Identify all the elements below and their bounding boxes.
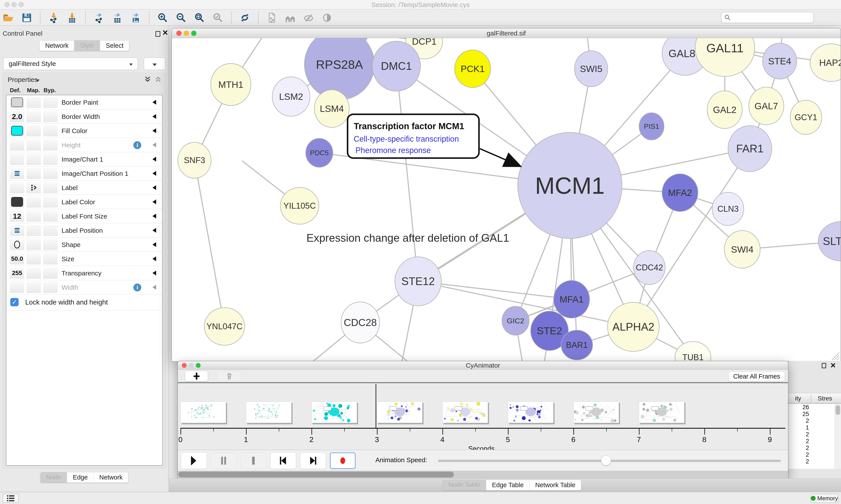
tab-select[interactable]: Select [100,40,129,51]
expand-arrow-icon[interactable] [153,185,156,190]
bypass-cell[interactable] [43,139,58,151]
property-row-shape[interactable]: Shape [6,237,162,252]
clear-all-frames-button[interactable]: Clear All Frames [729,371,785,381]
bypass-cell[interactable] [43,196,58,208]
search-input[interactable] [733,14,812,21]
property-row-image-chart-1[interactable]: Image/Chart 1 [6,152,162,166]
slider-thumb[interactable] [601,455,611,466]
table-cell-value[interactable]: 2 [788,458,835,465]
expand-arrow-icon[interactable] [153,114,156,119]
mapping-cell[interactable] [26,125,41,137]
bypass-cell[interactable] [43,282,58,293]
import-table-button[interactable] [66,12,78,24]
bypass-cell[interactable] [43,267,58,279]
network-window-titlebar[interactable]: galFiltered.sif [172,29,841,38]
frame-thumbnail-0[interactable] [180,401,226,423]
close-panel-icon[interactable]: × [830,360,836,370]
edge[interactable] [195,160,225,326]
zoom-in-button[interactable] [157,12,169,24]
zoom-fit-button[interactable] [193,12,205,24]
search-box[interactable] [721,12,814,23]
scrollbar-thumb[interactable] [178,472,454,478]
frame-thumbnail-2[interactable] [311,401,357,423]
default-cell[interactable] [10,196,24,208]
bypass-cell[interactable] [43,182,58,193]
default-cell[interactable] [10,224,24,236]
zoom-out-button[interactable] [175,12,187,24]
record-button[interactable] [330,452,356,469]
tab-edge[interactable]: Edge [67,472,93,483]
property-row-fill-color[interactable]: Fill Color [6,124,162,138]
expand-arrow-icon[interactable] [153,256,156,261]
info-icon[interactable]: i [133,141,141,149]
property-row-width[interactable]: Widthi [6,280,162,294]
frame-thumbnail-4[interactable] [442,401,488,423]
property-row-border-paint[interactable]: Border Paint [6,95,162,109]
expand-arrow-icon[interactable] [153,214,156,218]
collapse-all-icon[interactable] [155,75,162,83]
expand-arrow-icon[interactable] [153,271,156,275]
export-image-button[interactable] [130,12,142,24]
property-row-border-width[interactable]: 2.0Border Width [6,109,162,124]
default-cell[interactable] [10,96,24,108]
bypass-cell[interactable] [43,125,58,137]
mapping-cell[interactable] [26,253,41,265]
mapping-cell[interactable] [26,211,41,222]
table-cell-value[interactable]: 2 [788,417,835,424]
play-button[interactable] [181,452,207,469]
mapping-cell[interactable] [26,267,41,279]
expand-all-icon[interactable] [144,75,151,83]
table-cell-value[interactable]: 2 [788,451,835,458]
annotation-link[interactable]: Cell-type-specific transcription [354,134,459,143]
playhead[interactable] [376,384,376,428]
memory-button[interactable]: Memory [810,494,838,503]
table-cell-value[interactable]: 26 [788,404,835,411]
annotation-link[interactable]: Pheromone response [355,146,431,155]
column-stress[interactable]: Stres [818,395,832,402]
tab-edge-table[interactable]: Edge Table [486,480,529,490]
bypass-cell[interactable] [43,168,58,179]
mapping-cell[interactable] [26,224,41,236]
expand-arrow-icon[interactable] [153,242,156,247]
property-row-label-color[interactable]: Label Color [6,195,162,209]
style-selector[interactable]: galFiltered Style [3,57,138,70]
frame-thumbnail-1[interactable] [246,401,291,423]
save-session-button[interactable] [21,12,33,24]
network-canvas[interactable]: DCP1RPS28ADMC1PCK1SWI5GAL80GAL11STE4HAP2… [172,38,841,362]
tab-network[interactable]: Network [39,40,74,51]
float-panel-icon[interactable] [156,31,160,37]
default-cell[interactable] [10,168,24,179]
property-row-size[interactable]: 50.0Size [6,252,162,266]
next-frame-button[interactable] [300,452,326,469]
info-icon[interactable]: i [133,284,141,291]
tab-style[interactable]: Style [74,40,100,51]
expand-arrow-icon[interactable] [153,199,156,204]
expand-arrow-icon[interactable] [153,157,156,162]
lock-checkbox[interactable]: ✓ [10,298,19,306]
default-cell[interactable]: 50.0 [10,253,24,265]
mapping-cell[interactable] [26,168,41,179]
bypass-cell[interactable] [43,154,58,165]
mapping-cell[interactable] [26,154,41,165]
table-cell-value[interactable]: 25 [788,411,835,417]
edge[interactable] [396,66,418,281]
table-cell-value[interactable]: 2 [788,438,835,445]
import-network-button[interactable] [48,12,60,24]
property-row-label-position[interactable]: Label Position [6,223,162,237]
table-cell-value[interactable]: 1 [788,424,835,431]
bypass-cell[interactable] [43,96,58,108]
stop-button[interactable] [240,452,266,469]
apply-layout-button[interactable] [239,12,251,24]
resize-grip[interactable] [829,350,840,360]
bypass-cell[interactable] [43,253,58,265]
tab-node[interactable]: Node [40,472,67,483]
open-session-button[interactable] [2,12,15,24]
expand-arrow-icon[interactable] [153,128,156,133]
export-table-button[interactable] [111,12,124,24]
mapping-cell[interactable] [26,139,41,151]
mapping-cell[interactable] [26,196,41,208]
default-cell[interactable] [10,154,24,165]
default-cell[interactable]: 2.0 [10,111,24,122]
add-frame-button[interactable] [185,371,208,381]
default-cell[interactable] [10,239,24,250]
